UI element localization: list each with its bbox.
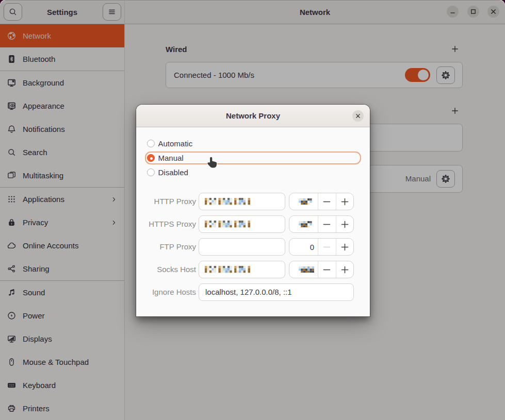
form-row-http-proxy: HTTP Proxy bbox=[136, 193, 370, 210]
port-increase-button[interactable] bbox=[336, 216, 354, 232]
redacted-pixelation bbox=[299, 198, 314, 205]
form-row-https-proxy: HTTPS Proxy bbox=[136, 215, 370, 233]
field-label: HTTPS Proxy bbox=[136, 215, 196, 233]
http-proxy-port-spinbutton bbox=[289, 193, 354, 210]
port-value[interactable]: 0 bbox=[289, 239, 318, 255]
ignore-hosts-input[interactable]: localhost, 127.0.0.0/8, ::1 bbox=[199, 283, 354, 301]
proxy-option-automatic[interactable]: Automatic bbox=[147, 136, 193, 150]
socks-host-input[interactable] bbox=[199, 261, 285, 278]
dialog-titlebar: Network Proxy bbox=[136, 105, 370, 127]
dialog-close-button[interactable] bbox=[352, 110, 364, 122]
port-increase-button[interactable] bbox=[336, 239, 354, 255]
ignore-hosts-value: localhost, 127.0.0.0/8, ::1 bbox=[199, 284, 353, 300]
form-row-ftp-proxy: FTP Proxy0 bbox=[136, 238, 370, 256]
redacted-pixelation bbox=[299, 266, 314, 273]
field-label: HTTP Proxy bbox=[136, 193, 196, 210]
ftp-proxy-port-spinbutton: 0 bbox=[289, 238, 354, 256]
field-label: Ignore Hosts bbox=[136, 283, 196, 301]
radio-checked-icon[interactable] bbox=[147, 154, 155, 162]
port-decrease-button[interactable] bbox=[318, 193, 336, 210]
redacted-pixelation bbox=[205, 221, 250, 227]
port-value[interactable] bbox=[289, 216, 318, 232]
radio-option-label: Automatic bbox=[158, 139, 193, 148]
field-label: FTP Proxy bbox=[136, 238, 196, 256]
port-increase-button[interactable] bbox=[336, 193, 354, 210]
http-proxy-input[interactable] bbox=[199, 193, 285, 210]
port-value[interactable] bbox=[289, 261, 318, 278]
mouse-cursor bbox=[206, 157, 218, 169]
port-value[interactable] bbox=[289, 193, 318, 210]
redacted-pixelation bbox=[205, 198, 250, 205]
proxy-option-disabled[interactable]: Disabled bbox=[147, 165, 188, 180]
https-proxy-input[interactable] bbox=[199, 215, 285, 233]
close-icon bbox=[354, 112, 362, 120]
form-row-socks-host: Socks Host bbox=[136, 261, 370, 278]
redacted-pixelation bbox=[205, 266, 250, 273]
ftp-proxy-input[interactable] bbox=[199, 238, 285, 256]
radio-unchecked-icon[interactable] bbox=[147, 140, 155, 147]
proxy-option-manual[interactable]: Manual bbox=[147, 150, 184, 165]
form-row-ignore-hosts: Ignore Hostslocalhost, 127.0.0.0/8, ::1 bbox=[136, 283, 370, 301]
radio-option-label: Manual bbox=[158, 154, 184, 162]
field-label: Socks Host bbox=[136, 261, 196, 278]
radio-option-label: Disabled bbox=[158, 168, 188, 177]
port-decrease-button[interactable] bbox=[318, 261, 336, 278]
port-decrease-button[interactable] bbox=[318, 239, 336, 255]
network-proxy-dialog: Network Proxy AutomaticManualDisabled HT… bbox=[136, 105, 370, 316]
socks-host-port-spinbutton bbox=[289, 261, 354, 278]
https-proxy-port-spinbutton bbox=[289, 215, 354, 233]
port-increase-button[interactable] bbox=[336, 261, 354, 278]
dialog-title: Network Proxy bbox=[226, 111, 280, 120]
port-decrease-button[interactable] bbox=[318, 216, 336, 232]
redacted-pixelation bbox=[299, 221, 314, 228]
radio-unchecked-icon[interactable] bbox=[147, 169, 155, 176]
